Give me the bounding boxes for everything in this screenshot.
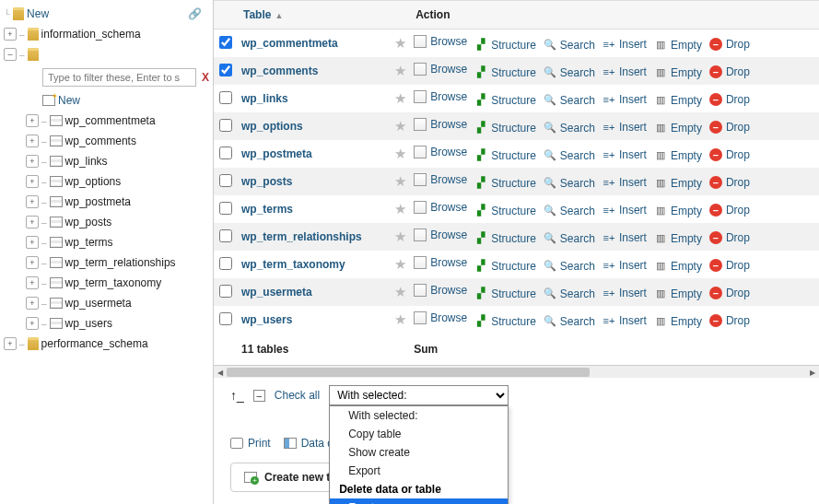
favorite-star-icon[interactable]: ★ bbox=[390, 306, 410, 334]
empty-action[interactable]: ▥Empty bbox=[654, 232, 702, 245]
scroll-right-icon[interactable]: ▶ bbox=[806, 366, 819, 379]
insert-action[interactable]: ≡+Insert bbox=[603, 259, 647, 272]
browse-action[interactable]: Browse bbox=[414, 63, 467, 76]
drop-action[interactable]: –Drop bbox=[709, 38, 750, 51]
drop-action[interactable]: –Drop bbox=[709, 121, 750, 134]
check-all-link[interactable]: Check all bbox=[275, 389, 320, 402]
sidebar-table-item[interactable]: +–wp_links bbox=[0, 151, 213, 171]
with-selected-option[interactable]: Export bbox=[330, 462, 508, 480]
favorite-star-icon[interactable]: ★ bbox=[390, 29, 410, 58]
uncheck-all-icon[interactable]: – bbox=[253, 390, 265, 402]
empty-action[interactable]: ▥Empty bbox=[654, 260, 702, 273]
row-checkbox[interactable] bbox=[219, 285, 232, 298]
with-selected-option[interactable]: Empty bbox=[330, 498, 508, 504]
search-action[interactable]: 🔍Search bbox=[544, 260, 595, 273]
structure-action[interactable]: ▞Structure bbox=[474, 66, 536, 79]
table-name-link[interactable]: wp_posts bbox=[241, 175, 292, 188]
search-action[interactable]: 🔍Search bbox=[544, 205, 595, 217]
expand-icon[interactable]: + bbox=[26, 317, 39, 330]
sidebar-table-item[interactable]: +–wp_comments bbox=[0, 131, 213, 151]
search-action[interactable]: 🔍Search bbox=[544, 315, 595, 328]
expand-icon[interactable]: + bbox=[26, 155, 39, 168]
expand-icon[interactable]: + bbox=[26, 175, 39, 188]
favorite-star-icon[interactable]: ★ bbox=[390, 112, 410, 140]
browse-action[interactable]: Browse bbox=[414, 284, 467, 297]
expand-icon[interactable]: + bbox=[26, 256, 39, 269]
favorite-star-icon[interactable]: ★ bbox=[390, 278, 410, 306]
insert-action[interactable]: ≡+Insert bbox=[603, 38, 647, 51]
empty-action[interactable]: ▥Empty bbox=[654, 94, 702, 107]
sidebar-table-item[interactable]: +–wp_term_relationships bbox=[0, 252, 213, 273]
sidebar-table-item[interactable]: +–wp_terms bbox=[0, 232, 213, 252]
row-checkbox[interactable] bbox=[219, 147, 232, 159]
insert-action[interactable]: ≡+Insert bbox=[603, 65, 647, 78]
drop-action[interactable]: –Drop bbox=[709, 259, 750, 272]
empty-action[interactable]: ▥Empty bbox=[654, 66, 702, 79]
row-checkbox[interactable] bbox=[219, 257, 232, 270]
sidebar-table-item[interactable]: +–wp_posts bbox=[0, 212, 213, 232]
favorite-star-icon[interactable]: ★ bbox=[390, 85, 410, 112]
drop-action[interactable]: –Drop bbox=[709, 314, 750, 327]
empty-action[interactable]: ▥Empty bbox=[654, 149, 702, 162]
favorite-star-icon[interactable]: ★ bbox=[390, 223, 410, 251]
empty-action[interactable]: ▥Empty bbox=[654, 177, 702, 190]
filter-input[interactable] bbox=[42, 68, 196, 87]
expand-icon[interactable]: + bbox=[26, 216, 39, 229]
table-name-link[interactable]: wp_comments bbox=[241, 64, 318, 77]
expand-icon[interactable]: + bbox=[26, 297, 39, 310]
structure-action[interactable]: ▞Structure bbox=[474, 149, 536, 162]
insert-action[interactable]: ≡+Insert bbox=[603, 204, 647, 217]
search-action[interactable]: 🔍Search bbox=[544, 149, 595, 162]
empty-action[interactable]: ▥Empty bbox=[654, 315, 702, 328]
expand-icon[interactable]: + bbox=[26, 135, 39, 147]
expand-icon[interactable]: + bbox=[26, 195, 39, 208]
structure-action[interactable]: ▞Structure bbox=[474, 122, 536, 135]
sidebar-table-item[interactable]: +–wp_usermeta bbox=[0, 293, 213, 313]
sidebar-db-info-schema[interactable]: + – information_schema bbox=[0, 24, 213, 44]
row-checkbox[interactable] bbox=[219, 229, 232, 242]
row-checkbox[interactable] bbox=[219, 119, 232, 132]
sidebar-table-item[interactable]: +–wp_users bbox=[0, 313, 213, 334]
empty-action[interactable]: ▥Empty bbox=[654, 39, 702, 52]
structure-action[interactable]: ▞Structure bbox=[474, 287, 536, 300]
col-table[interactable]: Table▲ bbox=[238, 1, 390, 29]
table-name-link[interactable]: wp_links bbox=[241, 92, 288, 105]
row-checkbox[interactable] bbox=[219, 36, 232, 49]
row-checkbox[interactable] bbox=[219, 312, 232, 325]
search-action[interactable]: 🔍Search bbox=[544, 94, 595, 107]
drop-action[interactable]: –Drop bbox=[709, 93, 750, 106]
sidebar-new-db[interactable]: └ New 🔗 bbox=[0, 4, 213, 24]
insert-action[interactable]: ≡+Insert bbox=[603, 148, 647, 161]
search-action[interactable]: 🔍Search bbox=[544, 39, 595, 52]
table-name-link[interactable]: wp_term_taxonomy bbox=[241, 258, 345, 271]
clear-filter-icon[interactable]: X bbox=[202, 71, 209, 84]
browse-action[interactable]: Browse bbox=[414, 35, 467, 48]
insert-action[interactable]: ≡+Insert bbox=[603, 93, 647, 106]
drop-action[interactable]: –Drop bbox=[709, 287, 750, 299]
table-name-link[interactable]: wp_commentmeta bbox=[241, 37, 338, 50]
table-name-link[interactable]: wp_term_relationships bbox=[241, 230, 362, 243]
row-checkbox[interactable] bbox=[219, 64, 232, 76]
with-selected-option[interactable]: Copy table bbox=[330, 425, 508, 443]
drop-action[interactable]: –Drop bbox=[709, 231, 750, 244]
favorite-star-icon[interactable]: ★ bbox=[390, 140, 410, 168]
expand-icon[interactable]: + bbox=[26, 276, 39, 289]
browse-action[interactable]: Browse bbox=[414, 229, 467, 241]
search-action[interactable]: 🔍Search bbox=[544, 122, 595, 135]
collapse-icon[interactable]: – bbox=[4, 48, 17, 61]
sidebar-table-item[interactable]: +–wp_commentmeta bbox=[0, 111, 213, 131]
browse-action[interactable]: Browse bbox=[414, 118, 467, 131]
with-selected-option[interactable]: Show create bbox=[330, 443, 508, 462]
structure-action[interactable]: ▞Structure bbox=[474, 177, 536, 190]
sidebar-table-item[interactable]: +–wp_postmeta bbox=[0, 192, 213, 212]
favorite-star-icon[interactable]: ★ bbox=[390, 251, 410, 278]
scroll-left-icon[interactable]: ◀ bbox=[214, 366, 227, 379]
empty-action[interactable]: ▥Empty bbox=[654, 287, 702, 300]
insert-action[interactable]: ≡+Insert bbox=[603, 176, 647, 189]
insert-action[interactable]: ≡+Insert bbox=[603, 287, 647, 299]
favorite-star-icon[interactable]: ★ bbox=[390, 168, 410, 195]
expand-icon[interactable]: + bbox=[4, 28, 17, 41]
search-action[interactable]: 🔍Search bbox=[544, 177, 595, 190]
browse-action[interactable]: Browse bbox=[414, 201, 467, 214]
table-name-link[interactable]: wp_options bbox=[241, 120, 303, 133]
